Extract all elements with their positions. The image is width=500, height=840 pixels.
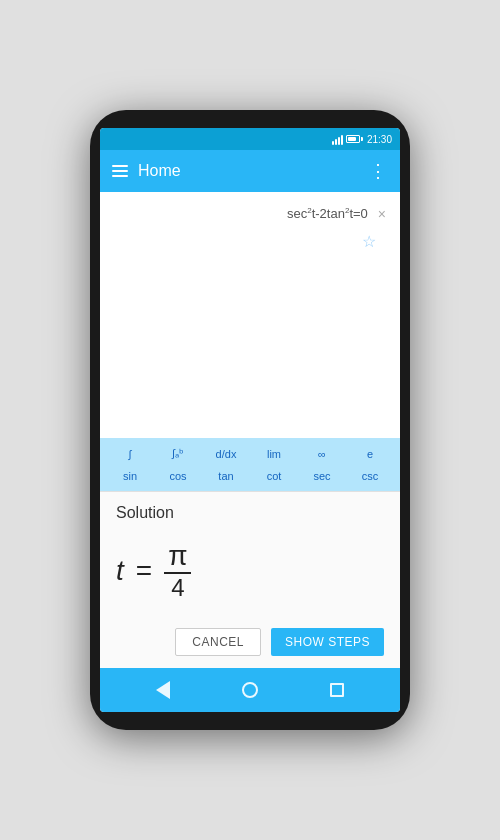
nav-bar bbox=[100, 668, 400, 712]
phone-screen: 21:30 Home ⋮ sec2t-2tan2t=0 × ☆ bbox=[100, 128, 400, 712]
key-infinity[interactable]: ∞ bbox=[306, 445, 338, 462]
back-icon bbox=[156, 681, 170, 699]
recent-icon bbox=[330, 683, 344, 697]
history-entry: sec2t-2tan2t=0 × bbox=[112, 200, 388, 228]
more-options-icon[interactable]: ⋮ bbox=[369, 162, 388, 180]
solution-variable: t bbox=[116, 555, 124, 587]
signal-icon bbox=[332, 133, 343, 145]
show-steps-button[interactable]: Show steps bbox=[271, 628, 384, 656]
key-e[interactable]: e bbox=[354, 445, 386, 462]
solution-equals: = bbox=[136, 555, 152, 587]
status-time: 21:30 bbox=[367, 134, 392, 145]
key-csc[interactable]: csc bbox=[354, 468, 386, 484]
history-expression: sec2t-2tan2t=0 bbox=[112, 206, 368, 221]
key-cot[interactable]: cot bbox=[258, 468, 290, 484]
status-icons: 21:30 bbox=[332, 133, 392, 145]
solution-math: t = π 4 bbox=[116, 534, 384, 608]
key-integral[interactable]: ∫ bbox=[114, 445, 146, 462]
app-bar: Home ⋮ bbox=[100, 150, 400, 192]
key-limit[interactable]: lim bbox=[258, 445, 290, 462]
favorite-icon[interactable]: ☆ bbox=[362, 232, 376, 251]
content-area: sec2t-2tan2t=0 × ☆ ∫ ∫ₐᵇ d/dx lim ∞ e bbox=[100, 192, 400, 668]
key-cos[interactable]: cos bbox=[162, 468, 194, 484]
history-area: sec2t-2tan2t=0 × ☆ bbox=[100, 192, 400, 438]
keyboard-bar: ∫ ∫ₐᵇ d/dx lim ∞ e sin cos tan cot sec c… bbox=[100, 438, 400, 491]
keyboard-row-1: ∫ ∫ₐᵇ d/dx lim ∞ e bbox=[100, 442, 400, 465]
app-title: Home bbox=[138, 162, 359, 180]
home-icon bbox=[242, 682, 258, 698]
phone-shell: 21:30 Home ⋮ sec2t-2tan2t=0 × ☆ bbox=[90, 110, 410, 730]
menu-icon[interactable] bbox=[112, 165, 128, 177]
history-actions: ☆ bbox=[112, 228, 388, 255]
key-tan[interactable]: tan bbox=[210, 468, 242, 484]
cancel-button[interactable]: Cancel bbox=[175, 628, 261, 656]
nav-recent-button[interactable] bbox=[319, 672, 355, 708]
solution-panel: Solution t = π 4 Cancel Show steps bbox=[100, 491, 400, 668]
status-bar: 21:30 bbox=[100, 128, 400, 150]
key-definite-integral[interactable]: ∫ₐᵇ bbox=[162, 445, 194, 462]
battery-icon bbox=[346, 135, 360, 143]
nav-back-button[interactable] bbox=[145, 672, 181, 708]
key-sin[interactable]: sin bbox=[114, 468, 146, 484]
action-buttons: Cancel Show steps bbox=[116, 624, 384, 656]
keyboard-row-2: sin cos tan cot sec csc bbox=[100, 465, 400, 487]
solution-fraction: π 4 bbox=[164, 542, 191, 600]
solution-label: Solution bbox=[116, 504, 384, 522]
solution-denominator: 4 bbox=[167, 574, 188, 600]
key-derivative[interactable]: d/dx bbox=[210, 445, 242, 462]
key-sec[interactable]: sec bbox=[306, 468, 338, 484]
delete-history-icon[interactable]: × bbox=[376, 204, 388, 224]
solution-numerator: π bbox=[164, 542, 191, 574]
nav-home-button[interactable] bbox=[232, 672, 268, 708]
